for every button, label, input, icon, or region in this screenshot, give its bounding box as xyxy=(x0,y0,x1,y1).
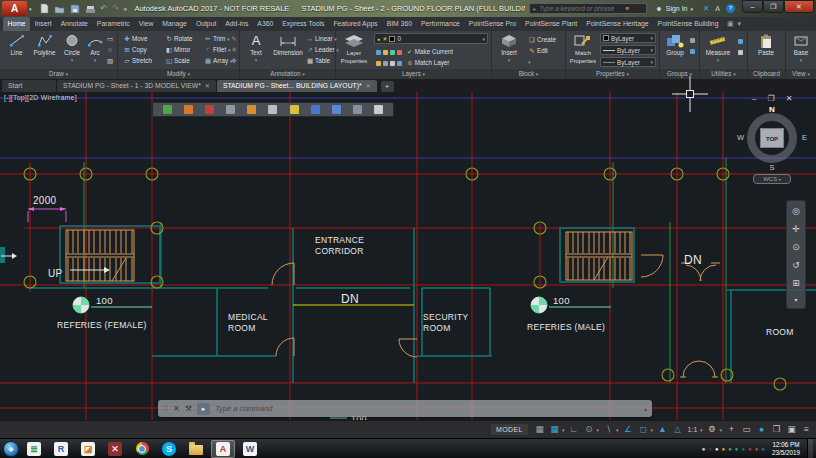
dimension-button[interactable]: Dimension xyxy=(270,34,306,56)
command-grip-icon[interactable]: ∷ xyxy=(163,404,168,413)
close-tab-icon[interactable]: ✕ xyxy=(205,80,210,92)
close-button[interactable]: ✕ xyxy=(784,0,814,13)
layer-tool-icon[interactable] xyxy=(383,50,388,55)
drawing-minimize-icon[interactable]: – xyxy=(752,94,756,103)
search-input[interactable] xyxy=(539,5,621,12)
isolate-objects-icon[interactable]: ▭ xyxy=(740,423,753,436)
ribbon-display-toggle-icon[interactable]: ▣ xyxy=(727,17,734,31)
tray-icon[interactable]: ● xyxy=(741,440,745,458)
array-button[interactable]: ▦Array ▾ xyxy=(204,56,232,66)
scale-button[interactable]: ◱Scale xyxy=(165,56,190,66)
command-close-icon[interactable]: ✕ xyxy=(173,404,180,413)
panel-footer-annotation[interactable]: Annotation ▾ xyxy=(240,69,335,79)
command-line-bar[interactable]: ∷ ✕ ⚒ ▸ Type a command ▴ xyxy=(158,400,652,417)
minimize-button[interactable]: – xyxy=(742,0,763,13)
taskbar-app-skype[interactable]: S xyxy=(157,440,181,458)
drawing-close-icon[interactable]: ✕ xyxy=(786,94,793,103)
polar-caret-icon[interactable]: ▾ xyxy=(596,427,599,433)
file-tab-sheet2-active[interactable]: STADIUM PG - Sheet... BUILDING LAYOUT)*✕ xyxy=(217,80,377,92)
viewcube-east[interactable]: E xyxy=(802,133,807,142)
tab-annotate[interactable]: Annotate xyxy=(56,17,92,31)
toolbar-icon[interactable] xyxy=(184,105,193,114)
viewcube-top-face[interactable]: TOP xyxy=(760,128,784,148)
new-file-icon[interactable] xyxy=(40,0,49,18)
trim-button[interactable]: ✂Trim ▾ xyxy=(204,34,230,44)
move-button[interactable]: ✚Move xyxy=(123,34,147,44)
modify-more-icon[interactable]: ❖ xyxy=(230,56,239,66)
command-input[interactable]: Type a command xyxy=(215,404,639,413)
grid-icon[interactable]: ▦ xyxy=(533,423,546,436)
taskbar-app-navisworks[interactable]: ≣ xyxy=(22,440,46,458)
layer-tool-icon[interactable] xyxy=(397,50,402,55)
panel-footer-modify[interactable]: Modify ▾ xyxy=(118,69,239,79)
panel-footer-clipboard[interactable]: Clipboard xyxy=(748,69,785,79)
group-edit-icon[interactable] xyxy=(690,46,697,56)
help-search-box[interactable]: ▸ ⚭ xyxy=(529,3,647,14)
open-folder-icon[interactable] xyxy=(54,0,65,18)
block-more-icon[interactable]: ▾ xyxy=(528,57,531,67)
toolbar-icon[interactable] xyxy=(247,105,256,114)
command-customize-wrench-icon[interactable]: ⚒ xyxy=(185,404,192,413)
tab-a360[interactable]: A360 xyxy=(253,17,278,31)
explode-icon[interactable]: ✳ xyxy=(230,45,239,55)
redo-icon[interactable]: ↷ xyxy=(112,1,119,16)
taskbar-app-photo-viewer[interactable]: ◪ xyxy=(76,440,100,458)
color-dropdown[interactable]: ByLayer▾ xyxy=(600,33,656,43)
tab-pointsense-building[interactable]: PointSense Building xyxy=(653,17,723,31)
lineweight-dropdown[interactable]: ByLayer▾ xyxy=(600,45,656,55)
text-button[interactable]: A Text▾ xyxy=(244,34,268,64)
viewport-controls[interactable]: [-][Top][2D Wireframe] xyxy=(4,94,77,101)
floor-plan-drawing[interactable]: 2000 ENTRANCE CORRIDOR DN DN MEDICAL RO xyxy=(0,92,816,420)
hatch-tool-icon[interactable]: ▨ xyxy=(106,56,115,66)
annotation-monitor-icon[interactable]: + xyxy=(725,423,738,436)
panel-footer-properties[interactable]: Properties ▾ xyxy=(566,69,659,79)
copy-button[interactable]: ⊞Copy xyxy=(123,45,147,55)
rectangle-tool-icon[interactable]: ▭ xyxy=(106,34,115,44)
taskbar-app-explorer[interactable] xyxy=(184,440,208,458)
snap-caret-icon[interactable]: ▾ xyxy=(562,427,565,433)
tray-icon[interactable]: ● xyxy=(722,440,726,458)
navbar-more-icon[interactable]: ▾ xyxy=(794,296,797,303)
command-history-caret-icon[interactable]: ▴ xyxy=(644,405,647,412)
wcs-dropdown[interactable]: WCS ▾ xyxy=(753,174,791,184)
tab-view[interactable]: View xyxy=(134,17,158,31)
taskbar-app-word[interactable]: W xyxy=(238,440,262,458)
tab-express-tools[interactable]: Express Tools xyxy=(278,17,329,31)
binoculars-search-icon[interactable]: ⚭ xyxy=(624,5,630,13)
toolbar-icon[interactable] xyxy=(163,105,172,114)
ribbon-display-caret-icon[interactable]: ▾ xyxy=(738,17,742,31)
new-tab-button[interactable]: + xyxy=(381,81,394,92)
tab-manage[interactable]: Manage xyxy=(158,17,192,31)
qat-caret-icon[interactable]: ▾ xyxy=(124,6,127,12)
ungroup-icon[interactable] xyxy=(690,35,697,45)
pan-icon[interactable]: ✛ xyxy=(792,224,800,234)
object-snap-icon[interactable]: ◻ xyxy=(636,423,649,436)
viewcube-south[interactable]: S xyxy=(740,163,804,172)
annotation-scale-value[interactable]: 1:1 xyxy=(686,423,699,436)
tab-pointsense-plant[interactable]: PointSense Plant xyxy=(521,17,582,31)
navigation-wheel-icon[interactable]: ◎ xyxy=(792,206,800,216)
sign-in-button[interactable]: ☻ Sign In ▾ xyxy=(655,5,696,12)
drawing-restore-icon[interactable]: ❐ xyxy=(767,94,774,103)
linetype-dropdown[interactable]: ByLayer▾ xyxy=(600,57,656,67)
tray-icon[interactable]: ● xyxy=(755,440,759,458)
snap-icon[interactable]: ▦ xyxy=(548,423,561,436)
measure-button[interactable]: Measure▾ xyxy=(702,34,734,64)
search-menu-arrow-icon[interactable]: ▸ xyxy=(533,5,536,12)
panel-footer-block[interactable]: Block ▾ xyxy=(492,69,565,79)
isodraft-icon[interactable]: ∖ xyxy=(602,423,615,436)
quick-select-icon[interactable] xyxy=(738,36,745,46)
logo-caret-icon[interactable]: ▾ xyxy=(29,6,32,12)
point-style-icon[interactable] xyxy=(738,47,745,57)
restore-button[interactable]: ❐ xyxy=(763,0,784,13)
toolbar-icon[interactable] xyxy=(268,105,277,114)
tray-icon[interactable]: ● xyxy=(708,440,712,458)
layer-tool-icon[interactable] xyxy=(376,50,381,55)
tray-icon[interactable]: ● xyxy=(735,440,739,458)
rotate-button[interactable]: ↻Rotate xyxy=(165,34,193,44)
show-desktop-button[interactable] xyxy=(807,439,813,458)
tab-pointsense-heritage[interactable]: PointSense Heritage xyxy=(582,17,653,31)
layer-tool-icon[interactable] xyxy=(397,61,402,66)
toolbar-icon[interactable] xyxy=(290,105,299,114)
table-button[interactable]: ▦Table xyxy=(306,56,330,66)
